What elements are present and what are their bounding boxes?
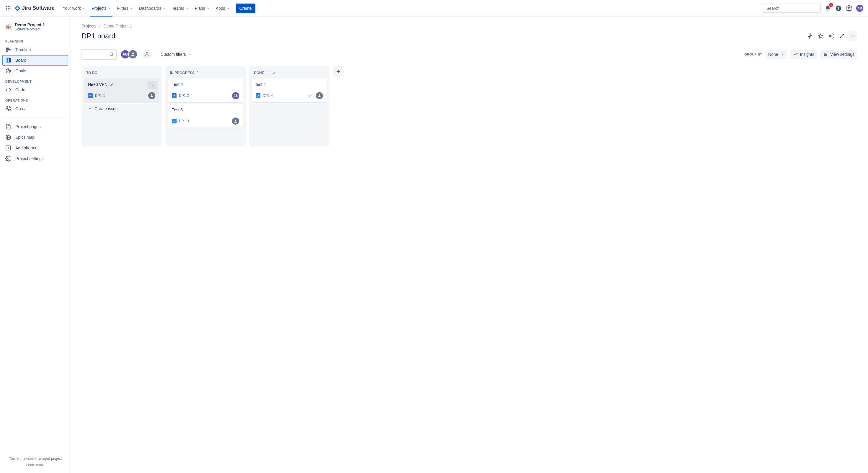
nav-dashboards[interactable]: Dashboards: [137, 0, 168, 17]
sidebar-item-timeline[interactable]: Timeline: [2, 44, 68, 55]
sidebar-item-code[interactable]: Code: [2, 85, 68, 95]
global-search-input[interactable]: [767, 6, 818, 11]
svg-point-52: [826, 54, 826, 55]
svg-point-0: [6, 6, 7, 7]
svg-marker-33: [819, 34, 823, 38]
nav-filters[interactable]: Filters: [115, 0, 135, 17]
global-search[interactable]: [762, 4, 821, 13]
profile-avatar[interactable]: AB: [855, 4, 864, 13]
issue-key: DP1-3: [179, 119, 189, 123]
sidebar-item-goals[interactable]: Goals: [2, 66, 68, 76]
nav-your-work[interactable]: Your work: [60, 0, 88, 17]
issue-card[interactable]: test 4DP1-4: [252, 78, 327, 102]
breadcrumb: Projects / Demo Project 1: [82, 24, 857, 28]
project-header[interactable]: Demo Project 1 Software project: [2, 23, 68, 36]
svg-point-42: [110, 53, 113, 56]
epics-map-icon: [5, 134, 11, 140]
automation-icon[interactable]: [805, 31, 815, 41]
add-column-button[interactable]: [333, 66, 344, 77]
svg-point-4: [8, 8, 8, 8]
assignee-avatar[interactable]: AB: [232, 92, 239, 99]
edit-icon[interactable]: [110, 83, 114, 87]
notification-badge: 1: [829, 3, 833, 7]
sidebar-item-project-pages[interactable]: Project pages: [2, 121, 68, 132]
app-switcher-icon[interactable]: [4, 4, 13, 13]
svg-point-51: [824, 53, 825, 54]
learn-more-link[interactable]: Learn more: [5, 463, 66, 467]
project-name: Demo Project 1: [15, 23, 45, 27]
task-type-icon: [172, 93, 177, 98]
nav-projects[interactable]: Projects: [89, 0, 114, 17]
card-more-icon[interactable]: [148, 81, 156, 89]
assignee-avatar[interactable]: [316, 92, 323, 99]
svg-rect-21: [9, 58, 10, 62]
create-issue-button[interactable]: Create issue: [85, 104, 159, 114]
svg-rect-20: [8, 58, 9, 62]
on-call-icon: [5, 106, 11, 112]
svg-point-8: [9, 9, 10, 10]
project-pages-icon: [5, 124, 11, 130]
fullscreen-icon[interactable]: [837, 31, 847, 41]
breadcrumb-project[interactable]: Demo Project 1: [103, 24, 132, 28]
more-icon[interactable]: [848, 31, 857, 41]
column-header: IN PROGRESS 2: [167, 70, 244, 78]
group-by-dropdown[interactable]: None: [765, 50, 787, 59]
board-search[interactable]: [82, 49, 117, 60]
insights-button[interactable]: Insights: [790, 50, 817, 59]
nav-plans[interactable]: Plans: [192, 0, 212, 17]
kanban-board: TO DO 1Need VPNDP1-1Create issueIN PROGR…: [82, 66, 857, 147]
main-content: Projects / Demo Project 1 DP1 board AB: [71, 17, 868, 473]
svg-point-54: [151, 85, 151, 86]
svg-point-40: [852, 36, 853, 37]
issue-card[interactable]: Need VPNDP1-1: [85, 78, 159, 102]
board-icon: [5, 57, 11, 63]
add-people-icon[interactable]: [143, 50, 152, 59]
svg-point-55: [152, 85, 153, 86]
svg-text:?: ?: [837, 6, 840, 10]
svg-point-13: [848, 7, 850, 9]
issue-card[interactable]: Test 3DP1-3: [168, 104, 243, 128]
project-type: Software project: [15, 27, 45, 31]
column-done: DONE 1test 4DP1-4: [249, 66, 330, 147]
column-in-progress: IN PROGRESS 2Test 2DP1-2ABTest 3DP1-3: [165, 66, 246, 147]
nav-teams[interactable]: Teams: [169, 0, 191, 17]
sidebar-item-add-shortcut[interactable]: Add shortcut: [2, 143, 68, 153]
sidebar-item-board[interactable]: Board: [2, 55, 68, 66]
done-check-icon: [308, 94, 312, 98]
sidebar-item-on-call[interactable]: On-call: [2, 103, 68, 114]
svg-line-37: [831, 35, 832, 36]
card-title: Test 3: [172, 107, 183, 112]
svg-point-36: [832, 37, 833, 38]
view-settings-button[interactable]: View settings: [820, 50, 857, 59]
add-shortcut-icon: [5, 145, 11, 151]
member-avatar[interactable]: [128, 50, 137, 59]
nav-apps[interactable]: Apps: [213, 0, 232, 17]
task-type-icon: [256, 93, 260, 98]
jira-logo[interactable]: Jira Software: [14, 5, 54, 11]
svg-point-57: [151, 94, 153, 96]
settings-icon[interactable]: [844, 4, 854, 13]
issue-card[interactable]: Test 2DP1-2AB: [168, 78, 243, 102]
svg-rect-18: [6, 51, 8, 52]
product-name: Jira Software: [22, 5, 54, 11]
group-by-label: GROUP BY: [744, 53, 762, 56]
svg-point-15: [7, 26, 9, 28]
sidebar-item-epics-map[interactable]: Epics map: [2, 132, 68, 143]
svg-point-7: [8, 9, 8, 10]
svg-rect-16: [6, 48, 9, 49]
custom-filters-dropdown[interactable]: Custom filters: [158, 50, 194, 59]
sidebar-item-project-settings[interactable]: Project settings: [2, 153, 68, 164]
create-button[interactable]: Create: [236, 4, 255, 13]
breadcrumb-projects[interactable]: Projects: [82, 24, 97, 28]
assignee-avatar[interactable]: [232, 118, 239, 125]
svg-point-24: [8, 70, 8, 71]
help-icon[interactable]: ?: [834, 4, 843, 13]
share-icon[interactable]: [827, 31, 836, 41]
board-title: DP1 board: [82, 32, 116, 40]
svg-line-38: [831, 36, 832, 37]
star-icon[interactable]: [816, 31, 826, 41]
assignee-avatar[interactable]: [148, 92, 155, 99]
project-settings-icon: [5, 156, 11, 161]
svg-point-6: [6, 9, 7, 10]
notifications-icon[interactable]: 1: [823, 4, 833, 13]
